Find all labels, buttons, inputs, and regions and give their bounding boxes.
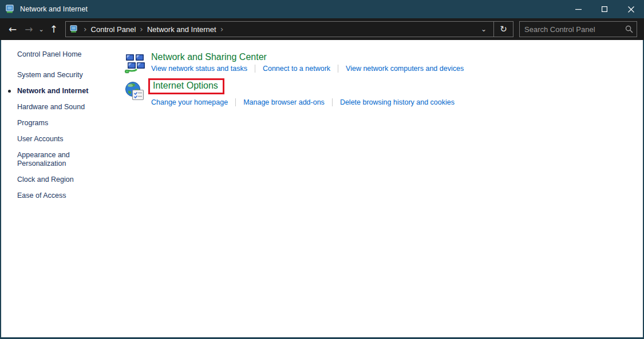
main-panel: Network and Sharing Center View network …: [116, 40, 643, 337]
crumb-chevron-icon[interactable]: ›: [80, 25, 91, 34]
breadcrumb: › Control Panel › Network and Internet ›…: [65, 21, 513, 37]
sidebar-item-system-and-security[interactable]: System and Security: [17, 71, 103, 79]
control-panel-crumb-icon[interactable]: [69, 25, 80, 34]
task-link-change-homepage[interactable]: Change your homepage: [151, 98, 228, 106]
search-input[interactable]: [524, 25, 625, 34]
sidebar-item-hardware-and-sound[interactable]: Hardware and Sound: [17, 103, 103, 111]
crumb-chevron-icon[interactable]: ›: [136, 25, 147, 34]
network-and-sharing-center-link[interactable]: Network and Sharing Center: [151, 52, 267, 62]
up-button[interactable]: ↑: [46, 22, 62, 37]
window-title: Network and Internet: [20, 5, 88, 13]
task-links: View network status and tasks Connect to…: [151, 65, 464, 73]
content-area: Control Panel Home System and Security N…: [0, 40, 644, 339]
recent-pages-chevron-icon[interactable]: ⌄: [37, 24, 46, 35]
navigation-bar: ← → ⌄ ↑ › Control Panel › Network and In…: [0, 18, 644, 40]
search-box: [519, 21, 637, 37]
control-panel-app-icon: [5, 4, 15, 14]
search-icon[interactable]: [625, 25, 633, 33]
section-internet-options: Internet Options Change your homepage Ma…: [125, 80, 643, 106]
section-body: Network and Sharing Center View network …: [151, 52, 464, 74]
internet-options-link[interactable]: Internet Options: [153, 81, 218, 91]
task-link-connect-to-network[interactable]: Connect to a network: [255, 65, 330, 73]
refresh-icon[interactable]: ↻: [493, 22, 513, 37]
section-body: Internet Options Change your homepage Ma…: [151, 80, 455, 106]
task-link-view-network-computers[interactable]: View network computers and devices: [338, 65, 464, 73]
sidebar-item-programs[interactable]: Programs: [17, 119, 103, 127]
address-dropdown-chevron-icon[interactable]: ⌄: [474, 22, 493, 37]
titlebar: Network and Internet: [0, 0, 644, 18]
breadcrumb-control-panel[interactable]: Control Panel: [91, 25, 136, 34]
sidebar-item-control-panel-home[interactable]: Control Panel Home: [17, 50, 103, 59]
task-link-view-network-status[interactable]: View network status and tasks: [151, 65, 247, 73]
sidebar-item-clock-and-region[interactable]: Clock and Region: [17, 176, 103, 184]
close-button[interactable]: [618, 0, 644, 18]
network-sharing-center-icon[interactable]: [125, 53, 145, 74]
sidebar-item-ease-of-access[interactable]: Ease of Access: [17, 192, 103, 200]
section-network-and-sharing-center: Network and Sharing Center View network …: [125, 52, 643, 74]
sidebar-item-appearance-and-personalization[interactable]: Appearance and Personalization: [17, 151, 103, 168]
task-link-manage-addons[interactable]: Manage browser add-ons: [235, 98, 325, 106]
sidebar-item-network-and-internet[interactable]: Network and Internet: [17, 87, 103, 95]
minimize-button[interactable]: [565, 0, 591, 18]
forward-button[interactable]: →: [21, 22, 37, 37]
highlight-box: Internet Options: [148, 78, 224, 94]
sidebar-item-user-accounts[interactable]: User Accounts: [17, 135, 103, 143]
back-button[interactable]: ←: [5, 22, 21, 37]
internet-options-icon[interactable]: [125, 81, 145, 102]
crumb-chevron-icon[interactable]: ›: [216, 25, 228, 34]
control-panel-window: Network and Internet ← → ⌄ ↑ › Cont: [0, 0, 644, 339]
task-link-delete-browsing-history[interactable]: Delete browsing history and cookies: [332, 98, 455, 106]
maximize-button[interactable]: [591, 0, 618, 18]
task-links: Change your homepage Manage browser add-…: [151, 98, 455, 106]
breadcrumb-network-and-internet[interactable]: Network and Internet: [147, 25, 216, 34]
active-bullet-icon: [8, 90, 11, 93]
sidebar: Control Panel Home System and Security N…: [1, 40, 116, 337]
